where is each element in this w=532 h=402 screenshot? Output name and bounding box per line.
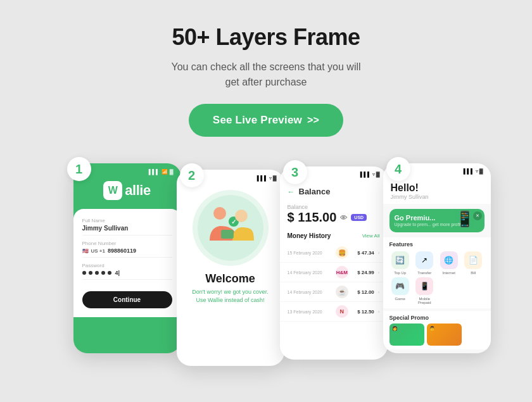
mobile-label: Mobile Prepaid — [414, 297, 436, 305]
view-all-link[interactable]: View All — [362, 233, 380, 239]
phone-4: :41 ▌▌▌ ▿ ▓ Hello! Jimmy Sullivan Go Pre… — [383, 163, 491, 353]
game-label: Game — [395, 297, 405, 301]
password-field: 4| — [82, 270, 172, 280]
subtitle: You can check all the screens that you w… — [171, 60, 360, 90]
continue-button[interactable]: Continue — [82, 291, 172, 308]
flag-icon: 🇺🇸 — [82, 248, 89, 254]
feature-topup[interactable]: 🔄 Top Up — [390, 251, 412, 275]
step-3-number: 3 — [283, 160, 307, 184]
battery-icon-3: ▓ — [376, 172, 380, 178]
welcome-subtitle: Don't worry! we got you cover. Use Walli… — [177, 288, 284, 304]
battery-icon: ▓ — [170, 169, 174, 175]
phone-number: 898860119 — [108, 248, 136, 254]
money-history-title: Money History — [288, 232, 331, 239]
transaction-4: 13 February 2020 N $ 12.50 › — [280, 302, 388, 322]
tx1-amount: $ 47.34 — [352, 250, 374, 256]
phone-3-wrapper: 3 :41 ▌▌▌ ▿ ▓ ← Balance Balance — [289, 166, 388, 360]
features-title: Features — [390, 241, 484, 248]
phone-3: :41 ▌▌▌ ▿ ▓ ← Balance Balance $ 115.00 👁 — [280, 166, 388, 360]
tx3-amount: $ 12.00 — [352, 289, 374, 295]
dot-4 — [101, 271, 105, 275]
back-arrow-icon[interactable]: ← — [288, 187, 295, 196]
tx4-amount: $ 12.50 — [352, 309, 374, 315]
login-form: Full Name Jimmy Sullivan Phone Number 🇺🇸… — [73, 209, 181, 317]
features-section: Features 🔄 Top Up ↗ Transfer 🌐 Interne — [383, 237, 491, 308]
promo-close-button[interactable]: ✕ — [473, 211, 482, 220]
game-icon: 🎮 — [391, 277, 409, 295]
promo-banner[interactable]: Go Premiu... Upgrade to prem... get more… — [390, 209, 484, 232]
battery-icon-4: ▓ — [479, 168, 483, 175]
transaction-3: 14 February 2020 ☕ $ 12.00 › — [280, 282, 388, 302]
balance-label: Balance — [288, 204, 380, 210]
tx3-chevron: › — [378, 289, 380, 295]
cursor: 4| — [115, 270, 120, 276]
balance-amount: $ 115.00 👁 USD — [288, 210, 380, 225]
transaction-1: 15 February 2020 🍔 $ 47.34 › — [280, 243, 388, 263]
tx2-date: 14 February 2020 — [288, 270, 332, 275]
header-section: 50+ Layers Frame You can check all the s… — [171, 0, 360, 152]
phone-4-status: ▌▌▌ ▿ ▓ — [464, 168, 483, 175]
phone-2: :41 ▌▌▌ ▿ ▓ — [177, 170, 284, 366]
promo-card-1-person: 👩 — [390, 323, 424, 334]
signal-icon: ▌▌▌ — [149, 169, 160, 175]
password-dots: 4| — [82, 270, 172, 276]
wifi-icon: 📶 — [162, 169, 168, 175]
subtitle-line2: get after purchase — [225, 77, 307, 87]
feature-mobile[interactable]: 📱 Mobile Prepaid — [414, 277, 436, 305]
promo-card-2-person: 👨 — [427, 323, 462, 334]
tx3-logo: ☕ — [336, 286, 348, 298]
hello-name: Jimmy Sullivan — [391, 194, 483, 200]
step-1-number: 1 — [67, 157, 91, 181]
full-name-label: Full Name — [82, 218, 172, 223]
transfer-label: Transfer — [417, 271, 431, 275]
dot-1 — [82, 271, 86, 275]
features-grid: 🔄 Top Up ↗ Transfer 🌐 Internet 📄 — [390, 251, 484, 305]
welcome-sub-2: Use Wallie instead of cash! — [196, 297, 264, 303]
phone-in-banner: 📱 — [455, 210, 474, 228]
phone-2-wrapper: 2 :41 ▌▌▌ ▿ ▓ — [186, 170, 284, 366]
signal-icon-3: ▌▌▌ — [360, 172, 371, 178]
dot-2 — [89, 271, 92, 275]
svg-point-0 — [198, 195, 263, 261]
mobile-icon: 📱 — [415, 277, 433, 295]
phone-1: :41 ▌▌▌ 📶 ▓ W allie Full Name Jimmy Sull… — [73, 163, 181, 353]
usd-badge: USD — [351, 214, 367, 221]
dot-3 — [95, 271, 99, 275]
phone-prefix: US +1 — [91, 248, 105, 254]
phone-1-status: ▌▌▌ 📶 ▓ — [149, 169, 174, 175]
topup-icon: 🔄 — [391, 251, 409, 269]
tx4-date: 13 February 2020 — [288, 310, 332, 314]
transaction-2: 14 February 2020 H&M $ 24.99 › — [280, 263, 388, 282]
tx1-date: 15 February 2020 — [288, 251, 332, 255]
svg-text:✓: ✓ — [231, 218, 236, 225]
welcome-illustration: ✓ — [193, 190, 269, 266]
cta-label: See Live Preview — [213, 114, 302, 127]
wifi-icon-2: ▿ — [269, 175, 272, 181]
welcome-svg: ✓ — [196, 193, 265, 263]
tx4-logo: N — [336, 305, 348, 318]
tx1-chevron: › — [378, 250, 380, 256]
cta-button[interactable]: See Live Preview >> — [189, 104, 343, 137]
battery-icon-2: ▓ — [273, 175, 277, 181]
feature-transfer[interactable]: ↗ Transfer — [414, 251, 436, 275]
subtitle-line1: You can check all the screens that you w… — [171, 61, 360, 72]
balance-title: Balance — [299, 187, 331, 196]
feature-internet[interactable]: 🌐 Internet — [438, 251, 460, 275]
feature-bill[interactable]: 📄 Bill — [462, 251, 484, 275]
tx2-logo: H&M — [336, 266, 348, 279]
internet-icon: 🌐 — [440, 251, 458, 269]
eye-icon[interactable]: 👁 — [340, 214, 347, 222]
phone-3-status: ▌▌▌ ▿ ▓ — [360, 172, 380, 178]
page-wrapper: 50+ Layers Frame You can check all the s… — [0, 0, 532, 402]
hello-title: Hello! — [391, 182, 483, 194]
svg-point-1 — [213, 207, 226, 220]
password-label: Password — [82, 263, 172, 268]
main-title: 50+ Layers Frame — [171, 24, 360, 51]
tx2-chevron: › — [378, 270, 380, 275]
tx1-logo: 🍔 — [336, 246, 348, 259]
tx2-amount: $ 24.99 — [352, 270, 374, 275]
phones-section: 1 :41 ▌▌▌ 📶 ▓ W allie Full Name — [0, 152, 532, 366]
transfer-icon: ↗ — [415, 251, 433, 269]
feature-game[interactable]: 🎮 Game — [390, 277, 412, 305]
special-promo-title: Special Promo — [390, 315, 484, 321]
